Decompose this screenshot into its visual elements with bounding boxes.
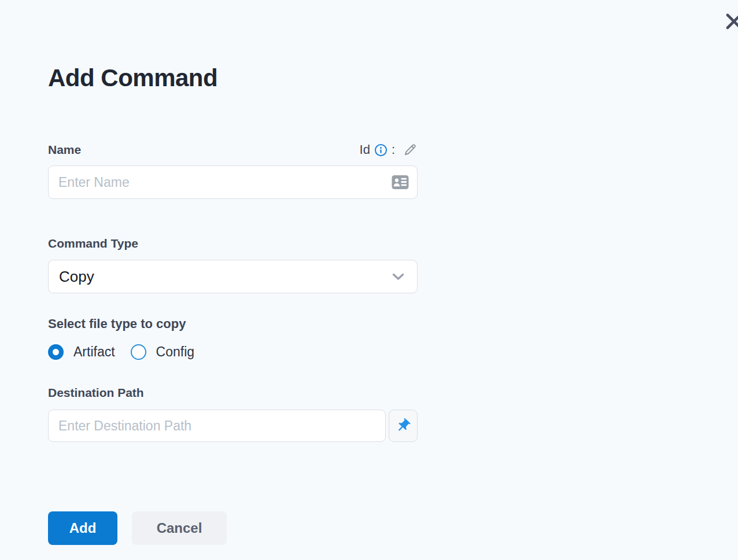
- close-button[interactable]: [724, 12, 738, 31]
- x-icon: [724, 12, 738, 31]
- page-title: Add Command: [48, 64, 418, 93]
- name-input-wrap: [48, 165, 418, 199]
- destination-path-input[interactable]: [48, 410, 386, 442]
- actions-row: Add Cancel: [48, 511, 418, 545]
- radio-label-artifact: Artifact: [73, 344, 115, 360]
- destination-path-row: [48, 410, 418, 442]
- destination-path-label: Destination Path: [48, 385, 418, 400]
- pushpin-icon: [395, 418, 411, 434]
- name-label-row: Name Id :: [48, 142, 418, 157]
- file-type-radio-group: Artifact Config: [48, 344, 418, 360]
- cancel-button[interactable]: Cancel: [132, 511, 227, 545]
- chevron-down-icon: [392, 273, 404, 281]
- id-separator: :: [392, 142, 395, 157]
- radio-label-config: Config: [156, 344, 194, 360]
- pin-button[interactable]: [389, 410, 418, 442]
- add-command-panel: Add Command Name Id :: [48, 0, 418, 545]
- name-label: Name: [48, 142, 81, 157]
- radio-option-config[interactable]: Config: [131, 344, 194, 360]
- command-type-label: Command Type: [48, 236, 418, 251]
- id-label: Id: [360, 142, 370, 157]
- id-card-icon: [392, 175, 409, 190]
- radio-option-artifact[interactable]: Artifact: [48, 344, 115, 360]
- command-type-selected-value: Copy: [59, 268, 94, 286]
- pencil-icon[interactable]: [403, 142, 418, 157]
- radio-selected-icon: [48, 344, 64, 360]
- file-type-label: Select file type to copy: [48, 316, 418, 331]
- id-group: Id :: [360, 142, 418, 157]
- add-button[interactable]: Add: [48, 511, 117, 545]
- command-type-select[interactable]: Copy: [48, 260, 418, 293]
- name-input[interactable]: [48, 165, 418, 199]
- radio-unselected-icon: [131, 344, 146, 360]
- info-circle-icon[interactable]: [374, 143, 388, 157]
